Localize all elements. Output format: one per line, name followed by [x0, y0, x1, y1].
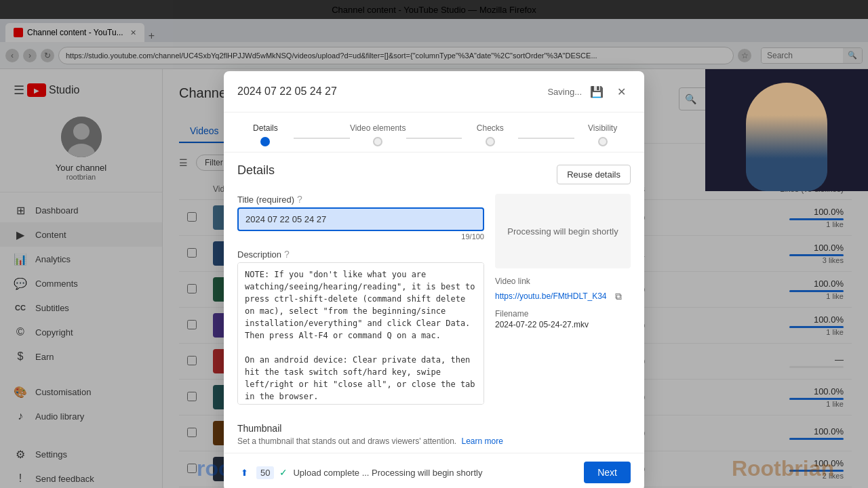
webcam-person [746, 83, 827, 191]
description-help-icon: ? [284, 249, 290, 260]
step-dot-elements [373, 137, 382, 146]
thumbnail-section: Thumbnail Set a thumbnail that stands ou… [237, 423, 631, 453]
modal-title: 2024 07 22 05 24 27 [237, 85, 337, 98]
section-header: Details Reuse details [237, 163, 631, 186]
modal-header: 2024 07 22 05 24 27 Saving... 💾 ✕ [224, 71, 644, 113]
upload-status: ⬆ 50 ✓ Upload complete ... Processing wi… [237, 466, 482, 479]
description-textarea[interactable] [237, 262, 484, 405]
modal-two-col: Title (required) ? 19/100 Description ? [237, 194, 631, 415]
modal-footer: ⬆ 50 ✓ Upload complete ... Processing wi… [224, 453, 644, 488]
filename-label: Filename [495, 309, 631, 319]
step-label-checks: Checks [477, 123, 504, 133]
filename-section: Filename 2024-07-22 05-24-27.mkv [495, 309, 631, 329]
saving-status: Saving... [547, 87, 582, 97]
title-help-icon: ? [297, 194, 302, 205]
webcam-overlay [705, 69, 868, 191]
upload-arrow-icon: ⬆ [237, 466, 251, 479]
steps-container: Details Video elements Checks Visibility [237, 123, 631, 146]
thumbnail-learn-more[interactable]: Learn more [462, 436, 503, 446]
video-link-section: Video link https://youtu.be/FMtHDLT_K34 … [495, 277, 631, 304]
processing-box: Processing will begin shortly [495, 194, 631, 268]
video-link-anchor[interactable]: https://youtu.be/FMtHDLT_K34 [495, 291, 607, 301]
title-form-group: Title (required) ? 19/100 [237, 194, 484, 241]
modal-actions: Saving... 💾 ✕ [547, 82, 631, 101]
step-line-1 [294, 138, 350, 139]
processing-text: Processing will begin shortly [507, 226, 618, 237]
step-line-2 [406, 138, 462, 139]
step-label-visibility: Visibility [588, 123, 617, 133]
modal-body: Details Reuse details Title (required) ?… [224, 152, 644, 453]
step-dot-checks [486, 137, 495, 146]
thumbnail-desc-text: Set a thumbnail that stands out and draw… [237, 436, 456, 446]
description-label-text: Description [237, 249, 281, 260]
video-link-label: Video link [495, 277, 631, 286]
close-modal-btn[interactable]: ✕ [612, 82, 631, 101]
step-line-3 [518, 138, 574, 139]
thumbnail-desc: Set a thumbnail that stands out and draw… [237, 436, 631, 446]
step-details: Details [237, 123, 294, 146]
filename-value: 2024-07-22 05-24-27.mkv [495, 320, 631, 329]
title-label: Title (required) ? [237, 194, 484, 205]
title-label-text: Title (required) [237, 195, 294, 205]
video-link-row: https://youtu.be/FMtHDLT_K34 ⧉ [495, 289, 631, 304]
modal-right: Processing will begin shortly Video link… [495, 194, 631, 415]
description-label: Description ? [237, 249, 484, 260]
char-count: 19/100 [237, 232, 484, 241]
step-label-details: Details [253, 123, 278, 133]
copy-link-btn[interactable]: ⧉ [611, 289, 626, 304]
step-checks: Checks [462, 123, 518, 146]
step-video-elements: Video elements [350, 123, 406, 146]
upload-modal: 2024 07 22 05 24 27 Saving... 💾 ✕ Detail… [224, 71, 644, 488]
step-dot-details [260, 137, 270, 146]
section-title: Details [237, 163, 275, 178]
modal-left: Title (required) ? 19/100 Description ? [237, 194, 484, 415]
upload-progress: 50 [256, 466, 274, 479]
step-visibility: Visibility [574, 123, 631, 146]
thumbnail-title: Thumbnail [237, 423, 631, 434]
reuse-details-btn[interactable]: Reuse details [557, 165, 631, 184]
progress-steps: Details Video elements Checks Visibility [224, 113, 644, 152]
next-btn[interactable]: Next [584, 462, 631, 483]
step-dot-visibility [598, 137, 608, 146]
title-input[interactable] [237, 207, 484, 231]
description-form-group: Description ? [237, 249, 484, 407]
save-icon-btn[interactable]: 💾 [587, 82, 606, 101]
check-icon: ✓ [279, 467, 288, 478]
step-label-elements: Video elements [350, 123, 406, 133]
upload-status-text: Upload complete ... Processing will begi… [293, 468, 482, 478]
